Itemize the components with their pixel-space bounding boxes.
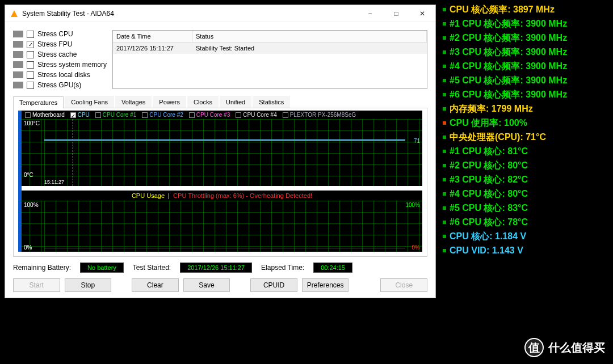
indicator-icon xyxy=(443,164,446,167)
aida64-window: System Stability Test - AIDA64 − □ ✕ Str… xyxy=(5,5,436,298)
indicator-icon xyxy=(443,136,446,139)
checkbox-icon[interactable]: ✓ xyxy=(70,112,76,118)
save-button[interactable]: Save xyxy=(183,278,230,292)
tab-cooling-fans[interactable]: Cooling Fans xyxy=(65,96,114,108)
osd-text: #1 CPU 核心: 81°C xyxy=(450,144,528,158)
series-label: CPU xyxy=(78,112,90,118)
series-label: CPU Core #4 xyxy=(243,112,276,118)
maximize-button[interactable]: □ xyxy=(383,6,409,22)
stress-option-5[interactable]: Stress GPU(s) xyxy=(13,81,107,89)
checkbox-icon[interactable] xyxy=(27,51,34,58)
stress-label: Stress local disks xyxy=(37,71,90,79)
osd-text: #3 CPU 核心: 82°C xyxy=(450,172,528,187)
osd-text: CPU 核心: 1.184 V xyxy=(450,229,526,243)
temperature-graph: 100°C 0°C 71 15:11:27 xyxy=(22,119,422,186)
osd-text: CPU VID: 1.143 V xyxy=(450,243,523,257)
cur-temp: 71 xyxy=(414,138,420,144)
close-button[interactable]: ✕ xyxy=(409,6,435,22)
series-toggle[interactable]: CPU Core #4 xyxy=(236,112,276,118)
temperature-pane: Motherboard✓CPUCPU Core #1CPU Core #2CPU… xyxy=(13,108,427,257)
device-icon xyxy=(13,71,23,78)
indicator-icon xyxy=(443,107,446,111)
checkbox-icon[interactable] xyxy=(142,112,148,118)
device-icon xyxy=(13,82,23,88)
tab-voltages[interactable]: Voltages xyxy=(115,96,152,108)
osd-row: #3 CPU 核心: 82°C xyxy=(442,172,610,187)
battery-value: No battery xyxy=(80,263,124,273)
stress-option-2[interactable]: Stress cache xyxy=(13,50,107,58)
log-status: Stability Test: Started xyxy=(192,43,427,54)
started-value: 2017/12/26 15:11:27 xyxy=(180,263,252,273)
log-header-status[interactable]: Status xyxy=(192,31,427,42)
utop: 100% xyxy=(24,202,39,208)
indicator-icon xyxy=(443,50,446,54)
stress-option-0[interactable]: Stress CPU xyxy=(13,30,107,38)
ytop: 100°C xyxy=(24,120,40,126)
throttle-warning: CPU Throttling (max: 6%) - Overheating D… xyxy=(173,192,312,199)
checkbox-icon[interactable] xyxy=(283,112,288,118)
osd-row: #5 CPU 核心: 83°C xyxy=(442,201,610,215)
osd-text: #3 CPU 核心频率: 3900 MHz xyxy=(450,45,567,59)
indicator-icon xyxy=(443,65,446,68)
checkbox-icon[interactable] xyxy=(236,112,241,118)
checkbox-icon[interactable] xyxy=(189,112,195,118)
series-toggle[interactable]: CPU Core #2 xyxy=(142,112,183,118)
stop-button[interactable]: Stop xyxy=(65,278,112,292)
checkbox-icon[interactable] xyxy=(95,112,101,118)
button-row: Start Stop Clear Save CPUID Preferences … xyxy=(13,278,427,292)
tab-powers[interactable]: Powers xyxy=(153,96,186,108)
osd-row: CPU 使用率: 100% xyxy=(442,116,610,130)
checkbox-icon[interactable] xyxy=(25,112,31,118)
series-toggle[interactable]: CPU Core #3 xyxy=(189,112,230,118)
ybot: 0°C xyxy=(24,172,33,178)
indicator-icon xyxy=(443,8,446,11)
stress-option-1[interactable]: ✓ Stress FPU xyxy=(13,40,107,48)
stress-option-3[interactable]: Stress system memory xyxy=(13,61,107,69)
elapsed-value: 00:24:15 xyxy=(313,263,352,273)
tab-statistics[interactable]: Statistics xyxy=(253,96,290,108)
indicator-icon xyxy=(443,235,446,238)
temp-legend: Motherboard✓CPUCPU Core #1CPU Core #2CPU… xyxy=(22,111,422,119)
checkbox-icon[interactable] xyxy=(27,31,34,38)
osd-text: #2 CPU 核心频率: 3900 MHz xyxy=(450,31,567,45)
checkbox-icon[interactable]: ✓ xyxy=(27,41,34,48)
minimize-button[interactable]: − xyxy=(357,6,383,22)
device-icon xyxy=(13,31,23,37)
log-table: Date & Time Status 2017/12/26 15:11:27 S… xyxy=(112,30,427,89)
osd-text: #5 CPU 核心频率: 3900 MHz xyxy=(450,73,567,87)
tab-unified[interactable]: Unified xyxy=(220,96,251,108)
log-header-date[interactable]: Date & Time xyxy=(113,31,192,42)
cpuid-button[interactable]: CPUID xyxy=(250,278,297,292)
osd-text: #2 CPU 核心: 80°C xyxy=(450,158,528,172)
tab-temperatures[interactable]: Temperatures xyxy=(13,96,64,108)
preferences-button[interactable]: Preferences xyxy=(302,278,349,292)
osd-row: #4 CPU 核心: 80°C xyxy=(442,187,610,201)
osd-text: #4 CPU 核心: 80°C xyxy=(450,187,528,201)
checkbox-icon[interactable] xyxy=(27,71,34,79)
stress-option-4[interactable]: Stress local disks xyxy=(13,71,107,79)
osd-row: #1 CPU 核心: 81°C xyxy=(442,144,610,158)
tab-clocks[interactable]: Clocks xyxy=(187,96,219,108)
clear-button[interactable]: Clear xyxy=(132,278,179,292)
checkbox-icon[interactable] xyxy=(27,82,34,89)
series-label: PLEXTOR PX-256M8SeG xyxy=(290,112,356,118)
osd-row: CPU 核心: 1.184 V xyxy=(442,229,610,243)
battery-label: Remaining Battery: xyxy=(13,264,71,272)
start-marker xyxy=(73,119,73,186)
osd-text: 中央处理器(CPU): 71°C xyxy=(450,130,546,144)
checkbox-icon[interactable] xyxy=(27,61,34,69)
series-toggle[interactable]: PLEXTOR PX-256M8SeG xyxy=(283,112,356,118)
series-toggle[interactable]: CPU Core #1 xyxy=(95,112,136,118)
throttle-line xyxy=(44,248,405,248)
titlebar[interactable]: System Stability Test - AIDA64 − □ ✕ xyxy=(5,5,435,22)
osd-text: CPU 核心频率: 3897 MHz xyxy=(450,2,555,16)
device-icon xyxy=(13,41,23,48)
log-date: 2017/12/26 15:11:27 xyxy=(113,43,192,54)
graph-tabs: TemperaturesCooling FansVoltagesPowersCl… xyxy=(13,96,427,108)
series-toggle[interactable]: ✓CPU xyxy=(70,112,90,118)
osd-row: #6 CPU 核心频率: 3900 MHz xyxy=(442,87,610,101)
series-label: Motherboard xyxy=(32,112,65,118)
series-toggle[interactable]: Motherboard xyxy=(25,112,65,118)
urtop: 100% xyxy=(405,202,420,208)
series-label: CPU Core #1 xyxy=(103,112,136,118)
